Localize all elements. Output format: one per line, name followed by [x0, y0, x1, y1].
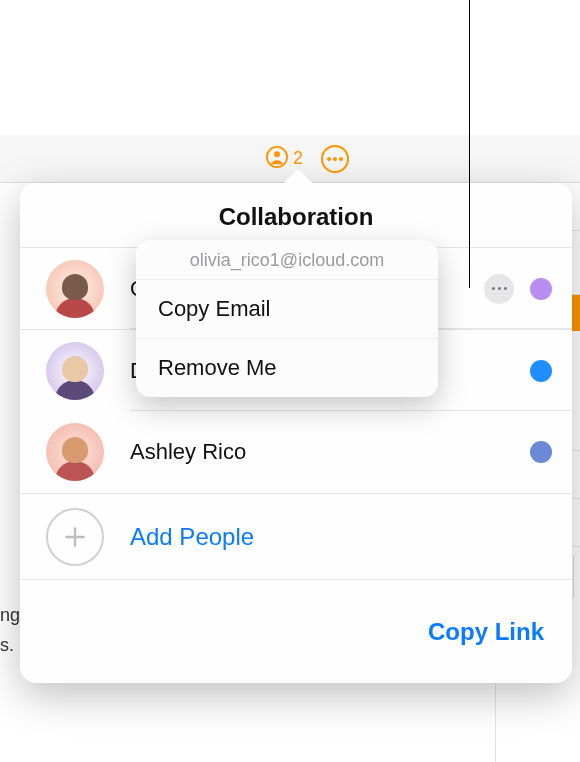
callout-line	[469, 0, 470, 118]
avatar	[46, 260, 104, 318]
plus-icon	[46, 508, 104, 566]
context-menu: olivia_rico1@icloud.com Copy Email Remov…	[136, 240, 438, 397]
person-icon	[266, 146, 288, 172]
add-people-label: Add People	[130, 523, 254, 551]
toolbar-more-button[interactable]	[321, 145, 349, 173]
collaboration-count: 2	[293, 148, 303, 169]
participant-color-dot	[530, 278, 552, 300]
popover-footer: Copy Link	[20, 579, 572, 683]
participant-row[interactable]: Ashley Rico	[20, 411, 572, 493]
avatar	[46, 423, 104, 481]
ellipsis-icon	[490, 287, 508, 290]
svg-point-1	[274, 151, 280, 157]
copy-link-button[interactable]: Copy Link	[428, 618, 544, 646]
copy-email-item[interactable]: Copy Email	[136, 280, 438, 339]
avatar	[46, 342, 104, 400]
context-menu-email: olivia_rico1@icloud.com	[136, 240, 438, 280]
remove-me-item[interactable]: Remove Me	[136, 339, 438, 397]
bg-text-left: ng s.	[0, 600, 20, 660]
callout-line	[469, 118, 470, 288]
collaboration-button[interactable]: 2	[266, 146, 303, 172]
add-people-row[interactable]: Add People	[20, 493, 572, 579]
participant-color-dot	[530, 360, 552, 382]
participant-more-button[interactable]	[484, 274, 514, 304]
participant-name: Ashley Rico	[130, 439, 530, 465]
popover-title: Collaboration	[20, 183, 572, 247]
ellipsis-icon	[327, 157, 343, 161]
participant-color-dot	[530, 441, 552, 463]
